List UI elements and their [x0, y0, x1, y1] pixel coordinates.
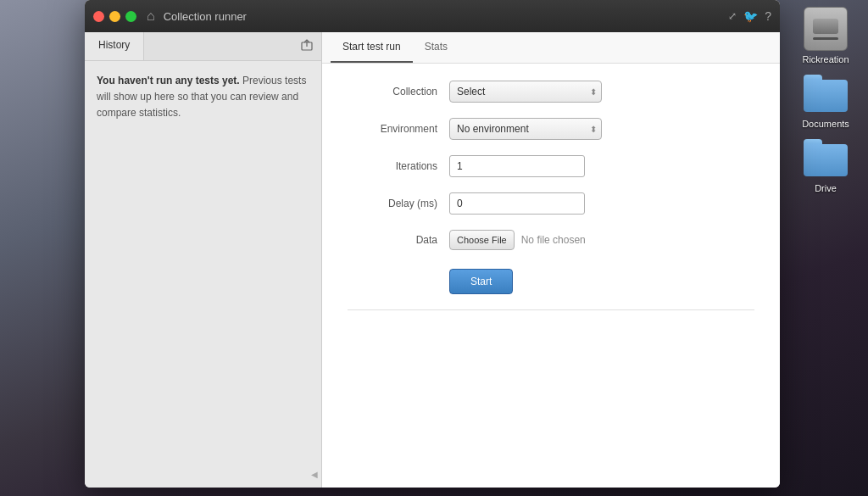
form-divider: [348, 309, 754, 310]
window-controls: [93, 11, 136, 22]
environment-select-wrapper: No environment: [449, 118, 602, 140]
tab-start-test-run[interactable]: Start test run: [331, 32, 413, 63]
form-row-delay: Delay (ms): [348, 192, 754, 215]
delay-control: [449, 192, 619, 215]
desktop-icon-drive[interactable]: Drive: [804, 136, 848, 193]
iterations-control: [449, 155, 619, 177]
desktop-icon-drive-label: Drive: [815, 183, 837, 193]
form-row-data: Data Choose File No file chosen: [348, 230, 754, 250]
file-name-display: No file chosen: [521, 234, 586, 246]
iterations-label: Iterations: [348, 160, 449, 172]
window-title: Collection runner: [164, 10, 247, 23]
maximize-window-button[interactable]: [125, 11, 136, 22]
environment-control: No environment: [449, 118, 619, 140]
environment-select[interactable]: No environment: [449, 118, 602, 140]
collection-select-wrapper: Select: [449, 81, 602, 103]
delay-input[interactable]: [449, 192, 585, 215]
desktop-icon-rickreation-label: Rickreation: [802, 54, 849, 64]
data-file-control: Choose File No file chosen: [449, 230, 619, 250]
collection-label: Collection: [348, 86, 449, 98]
desktop-icons-container: Rickreation Documents Drive: [792, 0, 860, 193]
form-row-start: Start: [348, 265, 754, 294]
collection-select[interactable]: Select: [449, 81, 602, 103]
home-icon[interactable]: ⌂: [147, 8, 155, 24]
sidebar: History You haven't run any tests yet. P…: [85, 32, 322, 488]
scroll-indicator: ◀: [311, 470, 318, 479]
data-label: Data: [348, 234, 449, 246]
twitter-icon[interactable]: 🐦: [743, 9, 758, 23]
folder-icon-documents-shape: [804, 75, 848, 112]
hdd-icon-image: [804, 7, 848, 51]
title-bar: ⌂ Collection runner ⤢ 🐦 ?: [85, 0, 780, 32]
folder-icon-drive-shape: [804, 139, 848, 176]
export-icon: [301, 39, 313, 51]
test-run-form: Collection Select Environment: [322, 64, 780, 488]
folder-icon-drive-image: [804, 136, 848, 180]
folder-icon-documents-image: [804, 71, 848, 115]
form-row-iterations: Iterations: [348, 155, 754, 177]
collection-control: Select: [449, 81, 619, 103]
main-panel: Start test run Stats Collection Select: [322, 32, 780, 488]
start-button[interactable]: Start: [449, 269, 513, 294]
desktop-icon-documents[interactable]: Documents: [802, 71, 849, 129]
iterations-input[interactable]: [449, 155, 585, 177]
tab-stats[interactable]: Stats: [413, 32, 459, 63]
sidebar-empty-message: You haven't run any tests yet. Previous …: [85, 61, 321, 488]
minimize-window-button[interactable]: [109, 11, 120, 22]
form-row-environment: Environment No environment: [348, 118, 754, 140]
desktop-icon-rickreation[interactable]: Rickreation: [802, 7, 849, 64]
hdd-icon-shape: [804, 7, 848, 51]
environment-label: Environment: [348, 123, 449, 135]
app-window: ⌂ Collection runner ⤢ 🐦 ? History: [85, 0, 780, 488]
title-bar-right-controls: ⤢ 🐦 ?: [728, 9, 771, 23]
sidebar-tabs: History: [85, 32, 321, 61]
content-area: History You haven't run any tests yet. P…: [85, 32, 780, 488]
empty-message-bold: You haven't run any tests yet.: [97, 75, 240, 86]
form-row-collection: Collection Select: [348, 81, 754, 103]
help-icon[interactable]: ?: [765, 9, 771, 23]
folder-body: [804, 80, 848, 112]
export-history-button[interactable]: [292, 32, 321, 60]
folder-body-drive: [804, 144, 848, 176]
main-tabs: Start test run Stats: [322, 32, 780, 64]
delay-label: Delay (ms): [348, 198, 449, 209]
choose-file-button[interactable]: Choose File: [449, 230, 515, 250]
tab-history[interactable]: History: [85, 32, 144, 60]
desktop-icon-documents-label: Documents: [802, 119, 849, 129]
resize-icon[interactable]: ⤢: [728, 10, 737, 22]
close-window-button[interactable]: [93, 11, 104, 22]
start-control: Start: [449, 265, 619, 294]
